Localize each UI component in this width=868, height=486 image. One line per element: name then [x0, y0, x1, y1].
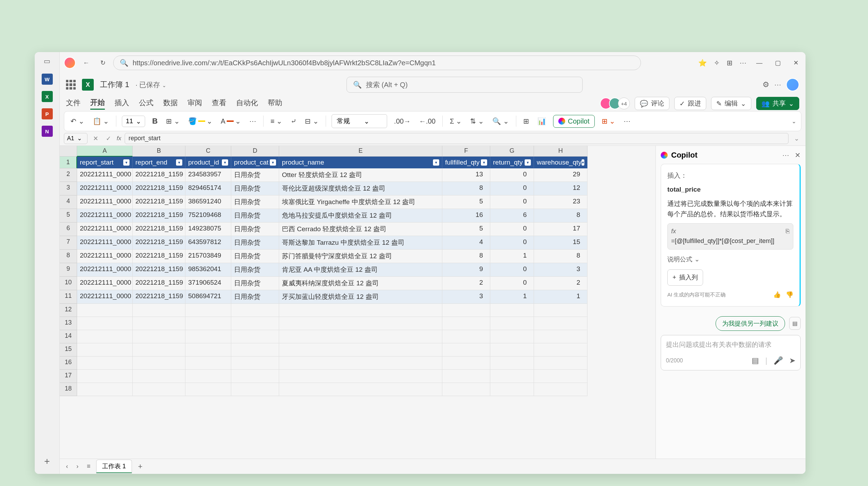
- maximize-button[interactable]: ▢: [772, 59, 784, 67]
- cell[interactable]: 508694721: [185, 290, 231, 304]
- empty-cell[interactable]: [133, 317, 185, 330]
- col-header-D[interactable]: D: [231, 146, 279, 157]
- cell[interactable]: 日用杂货: [231, 250, 279, 263]
- row-header-14[interactable]: 14: [60, 330, 77, 343]
- search-input[interactable]: 🔍 搜索 (Alt + Q): [347, 77, 583, 93]
- empty-cell[interactable]: [77, 343, 133, 357]
- bold-button[interactable]: B: [151, 115, 159, 127]
- paste-button[interactable]: 📋 ⌄: [91, 116, 111, 127]
- row-header-2[interactable]: 2: [60, 168, 77, 182]
- cell[interactable]: 4: [442, 236, 490, 250]
- cell[interactable]: 371906524: [185, 277, 231, 290]
- empty-cell[interactable]: [279, 370, 442, 383]
- empty-cell[interactable]: [231, 357, 279, 370]
- empty-cell[interactable]: [231, 304, 279, 317]
- empty-cell[interactable]: [185, 317, 231, 330]
- cell[interactable]: 234583957: [185, 168, 231, 182]
- empty-cell[interactable]: [442, 383, 490, 396]
- spreadsheet-grid[interactable]: ABCDEFGH1report_start▾report_end▾product…: [60, 146, 656, 459]
- cell[interactable]: 386591240: [185, 195, 231, 209]
- empty-cell[interactable]: [185, 330, 231, 343]
- row-header-13[interactable]: 13: [60, 317, 77, 330]
- cell[interactable]: 哥伦比亚超级深度烘焙全豆 12 盎司: [279, 182, 442, 195]
- more-toolbar-icon[interactable]: ⋯: [622, 116, 632, 127]
- col-header-F[interactable]: F: [442, 146, 490, 157]
- add-sheet-button[interactable]: +: [135, 462, 146, 471]
- all-sheets-button[interactable]: ≡: [84, 461, 93, 471]
- empty-cell[interactable]: [231, 330, 279, 343]
- cell[interactable]: 202212111_0000: [77, 277, 133, 290]
- empty-cell[interactable]: [279, 343, 442, 357]
- empty-cell[interactable]: [185, 357, 231, 370]
- cell[interactable]: 202212111_0000: [77, 195, 133, 209]
- empty-cell[interactable]: [442, 317, 490, 330]
- thumbs-down-icon[interactable]: 👎: [786, 290, 793, 300]
- tab-review[interactable]: 审阅: [187, 98, 202, 109]
- table-header[interactable]: fullfilled_qty▾: [442, 157, 490, 168]
- col-header-E[interactable]: E: [279, 146, 442, 157]
- cell[interactable]: 149238075: [185, 223, 231, 236]
- cell[interactable]: 哥斯达黎加 Tarrazu 中度烘焙全豆 12 盎司: [279, 236, 442, 250]
- cell[interactable]: 2: [442, 277, 490, 290]
- formula-input[interactable]: report_start: [125, 133, 788, 144]
- col-header-H[interactable]: H: [534, 146, 587, 157]
- cell[interactable]: Otter 轻度烘焙全豆 12 盎司: [279, 168, 442, 182]
- fx-icon[interactable]: fx: [117, 135, 121, 142]
- cell[interactable]: 17: [534, 223, 587, 236]
- cell[interactable]: 日用杂货: [231, 182, 279, 195]
- minimize-button[interactable]: —: [753, 59, 765, 67]
- row-header-11[interactable]: 11: [60, 290, 77, 304]
- addins-button[interactable]: ⊞: [522, 116, 531, 127]
- cell[interactable]: 20221218_1159: [133, 223, 185, 236]
- prev-sheet-button[interactable]: ‹: [63, 461, 71, 471]
- row-header-16[interactable]: 16: [60, 357, 77, 370]
- cell[interactable]: 5: [442, 195, 490, 209]
- app-launcher[interactable]: [66, 80, 76, 90]
- close-button[interactable]: ✕: [791, 59, 801, 67]
- empty-cell[interactable]: [490, 357, 534, 370]
- copilot-more-icon[interactable]: ⋯: [782, 151, 789, 159]
- accept-formula-icon[interactable]: ✓: [104, 135, 113, 142]
- cell[interactable]: 苏门答腊曼特宁深度烘焙全豆 12 盎司: [279, 250, 442, 263]
- cell[interactable]: 0: [490, 263, 534, 277]
- cell[interactable]: 15: [534, 236, 587, 250]
- cell[interactable]: 0: [490, 168, 534, 182]
- row-header-18[interactable]: 18: [60, 383, 77, 396]
- add-app-button[interactable]: +: [44, 456, 50, 467]
- empty-cell[interactable]: [534, 370, 587, 383]
- copilot-button[interactable]: Copilot: [553, 115, 595, 128]
- empty-cell[interactable]: [279, 330, 442, 343]
- copilot-input[interactable]: 提出问题或提出有关表中数据的请求 0/2000 ▤ | 🎤 ➤: [661, 335, 801, 370]
- table-header[interactable]: product_name▾: [279, 157, 442, 168]
- cell[interactable]: 2: [534, 277, 587, 290]
- cell[interactable]: 20221218_1159: [133, 277, 185, 290]
- cell[interactable]: 8: [442, 250, 490, 263]
- cell[interactable]: 202212111_0000: [77, 236, 133, 250]
- cell[interactable]: 16: [442, 209, 490, 223]
- row-header-6[interactable]: 6: [60, 223, 77, 236]
- cell[interactable]: 20221218_1159: [133, 250, 185, 263]
- find-button[interactable]: 🔍 ⌄: [491, 116, 510, 127]
- row-header-8[interactable]: 8: [60, 250, 77, 263]
- empty-cell[interactable]: [534, 357, 587, 370]
- col-header-G[interactable]: G: [490, 146, 534, 157]
- send-icon[interactable]: ➤: [789, 356, 795, 365]
- cell[interactable]: 12: [534, 182, 587, 195]
- empty-cell[interactable]: [490, 383, 534, 396]
- empty-cell[interactable]: [490, 370, 534, 383]
- empty-cell[interactable]: [534, 343, 587, 357]
- cell[interactable]: 985362041: [185, 263, 231, 277]
- empty-cell[interactable]: [133, 343, 185, 357]
- filter-icon[interactable]: ▾: [433, 159, 439, 166]
- increase-decimal-button[interactable]: .00→: [393, 116, 412, 127]
- tab-view[interactable]: 查看: [212, 98, 226, 109]
- cell[interactable]: 日用杂货: [231, 209, 279, 223]
- borders-button[interactable]: ⊞ ⌄: [165, 116, 181, 127]
- empty-cell[interactable]: [442, 357, 490, 370]
- cell[interactable]: 1: [534, 290, 587, 304]
- table-header[interactable]: warehouse_qty▾: [534, 157, 587, 168]
- empty-cell[interactable]: [231, 383, 279, 396]
- empty-cell[interactable]: [442, 304, 490, 317]
- attach-icon[interactable]: ▤: [752, 356, 759, 365]
- cell[interactable]: 肯尼亚 AA 中度烘焙全豆 12 盎司: [279, 263, 442, 277]
